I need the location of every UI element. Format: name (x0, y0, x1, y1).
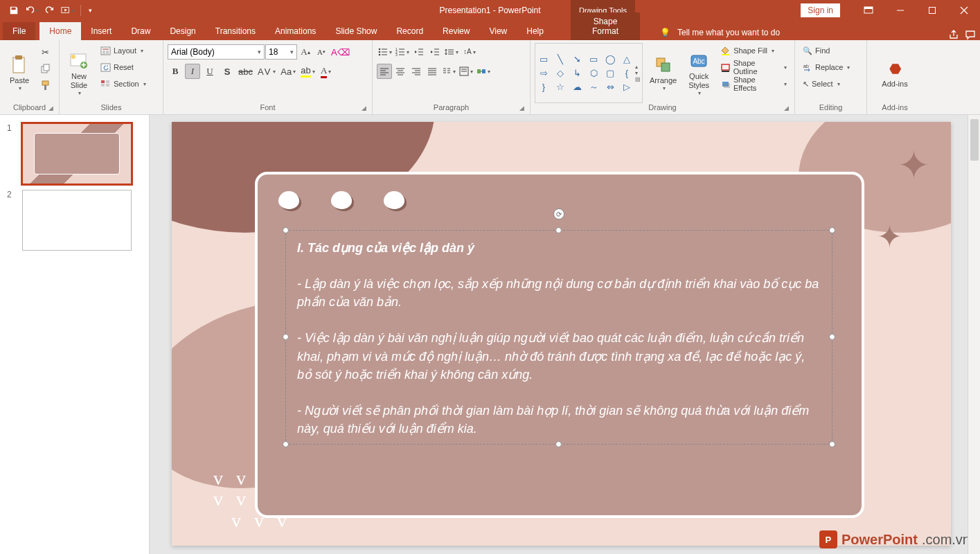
strikethrough-button[interactable]: abc (237, 64, 254, 79)
sign-in-button[interactable]: Sign in (801, 3, 840, 17)
smartart-button[interactable] (475, 64, 492, 79)
highlight-button[interactable]: ab (299, 64, 316, 79)
tab-home[interactable]: Home (39, 22, 81, 40)
tab-help[interactable]: Help (517, 22, 553, 40)
svg-rect-81 (724, 83, 730, 88)
text-direction-button[interactable]: ↕A (461, 44, 477, 60)
drawing-dialog-launcher[interactable]: ◢ (784, 105, 789, 111)
align-right-button[interactable] (409, 64, 424, 79)
svg-rect-4 (929, 8, 936, 14)
select-button[interactable]: ↖Select (799, 76, 862, 91)
layout-button[interactable]: Layout (97, 43, 150, 58)
numbering-button[interactable]: 123 (394, 44, 411, 60)
svg-rect-10 (44, 85, 46, 90)
shapes-gallery[interactable]: ▭ ╲ ➘ ▭ ◯ △ ⇨ ◇ ↳ ⬡ ▢ { } ☆ ☁ ～ ⇔ (535, 43, 643, 103)
font-color-button[interactable]: A (319, 64, 334, 79)
decrease-font-button[interactable]: A▾ (314, 44, 329, 60)
change-case-button[interactable]: Aa (279, 64, 297, 79)
eraser-icon: A⌫ (331, 47, 350, 57)
copy-button[interactable] (37, 61, 53, 76)
svg-text:ab: ab (803, 64, 809, 69)
ribbon-tabs: File Home Insert Draw Design Transitions… (0, 21, 980, 40)
tab-draw[interactable]: Draw (121, 22, 160, 40)
character-spacing-button[interactable]: AV (256, 64, 277, 79)
shape-lbrace-icon: { (620, 67, 634, 80)
format-painter-button[interactable] (37, 78, 53, 93)
bold-button[interactable]: B (168, 64, 183, 79)
new-slide-icon: ✚ (68, 50, 90, 72)
tab-design[interactable]: Design (160, 22, 205, 40)
italic-button[interactable]: I (185, 64, 200, 79)
clipboard-dialog-launcher[interactable]: ◢ (48, 105, 53, 111)
font-size-combo[interactable]: 18▾ (265, 44, 297, 60)
lightbulb-icon: 💡 (660, 28, 670, 37)
maximize-button[interactable] (916, 0, 948, 21)
redo-button[interactable] (42, 2, 58, 19)
align-text-button[interactable] (458, 64, 474, 79)
clear-formatting-button[interactable]: A⌫ (330, 44, 351, 60)
reset-button[interactable]: Reset (97, 60, 150, 75)
underline-button[interactable]: U (202, 64, 217, 79)
columns-button[interactable] (440, 64, 457, 79)
increase-font-button[interactable]: A▴ (298, 44, 313, 60)
tab-review[interactable]: Review (433, 22, 479, 40)
shape-effects-button[interactable]: Shape Effects (717, 76, 790, 91)
font-dialog-launcher[interactable]: ◢ (362, 105, 366, 111)
tab-shape-format[interactable]: Shape Format (571, 12, 640, 40)
tab-animations[interactable]: Animations (265, 22, 326, 40)
font-name-combo[interactable]: Arial (Body)▾ (168, 44, 265, 60)
group-font-label: Font (260, 103, 275, 111)
svg-rect-15 (101, 47, 110, 55)
scissors-icon: ✂ (42, 47, 49, 57)
tab-transitions[interactable]: Transitions (206, 22, 265, 40)
shadow-button[interactable]: S (220, 64, 235, 79)
tab-slide-show[interactable]: Slide Show (326, 22, 386, 40)
tell-me-search[interactable]: 💡 Tell me what you want to do (654, 25, 785, 40)
group-slides-label: Slides (64, 103, 159, 113)
undo-button[interactable] (24, 2, 40, 19)
quick-styles-button[interactable]: Abc Quick Styles (684, 43, 714, 103)
paste-button[interactable]: Paste (4, 43, 35, 103)
shape-oval-icon: ◯ (603, 53, 617, 66)
bullets-button[interactable] (377, 44, 393, 60)
svg-rect-17 (103, 51, 105, 54)
save-icon[interactable] (6, 2, 22, 19)
share-button[interactable] (948, 29, 959, 40)
line-spacing-button[interactable] (443, 44, 460, 60)
customize-qat-button[interactable]: ▾ (85, 2, 95, 19)
tab-record[interactable]: Record (386, 22, 433, 40)
close-button[interactable] (948, 0, 980, 21)
justify-button[interactable] (425, 64, 440, 79)
tab-insert[interactable]: Insert (81, 22, 121, 40)
comments-button[interactable] (965, 29, 976, 40)
new-slide-button[interactable]: ✚ New Slide (64, 43, 94, 103)
align-left-button[interactable] (377, 64, 392, 79)
svg-text:↕A: ↕A (463, 48, 472, 55)
arrange-button[interactable]: Arrange (645, 43, 681, 103)
section-button[interactable]: Section (97, 76, 150, 91)
tab-file[interactable]: File (3, 22, 35, 40)
shape-fill-button[interactable]: Shape Fill (717, 43, 790, 58)
svg-rect-9 (42, 81, 48, 85)
replace-button[interactable]: abReplace (799, 60, 862, 75)
tab-view[interactable]: View (479, 22, 517, 40)
svg-rect-5 (13, 57, 24, 73)
ribbon-display-options-button[interactable] (853, 0, 884, 21)
shape-outline-button[interactable]: Shape Outline (717, 60, 790, 75)
shape-scribble-icon: ～ (587, 81, 600, 93)
minimize-button[interactable] (884, 0, 916, 21)
search-icon: 🔍 (803, 46, 812, 55)
align-center-button[interactable] (393, 64, 408, 79)
new-slide-label: New Slide (71, 72, 87, 90)
find-button[interactable]: 🔍Find (799, 43, 862, 58)
addins-button[interactable]: ⬣ Add-ins (871, 43, 918, 103)
shape-textbox-icon: ▭ (537, 53, 551, 66)
shape-rbrace-icon: } (537, 81, 551, 93)
shape-hex-icon: ⬡ (587, 67, 600, 80)
svg-rect-74 (661, 63, 670, 71)
decrease-indent-button[interactable] (411, 44, 427, 60)
increase-indent-button[interactable] (427, 44, 443, 60)
paragraph-dialog-launcher[interactable]: ◢ (519, 105, 524, 111)
start-from-beginning-button[interactable] (60, 2, 76, 19)
cut-button[interactable]: ✂ (37, 44, 53, 60)
